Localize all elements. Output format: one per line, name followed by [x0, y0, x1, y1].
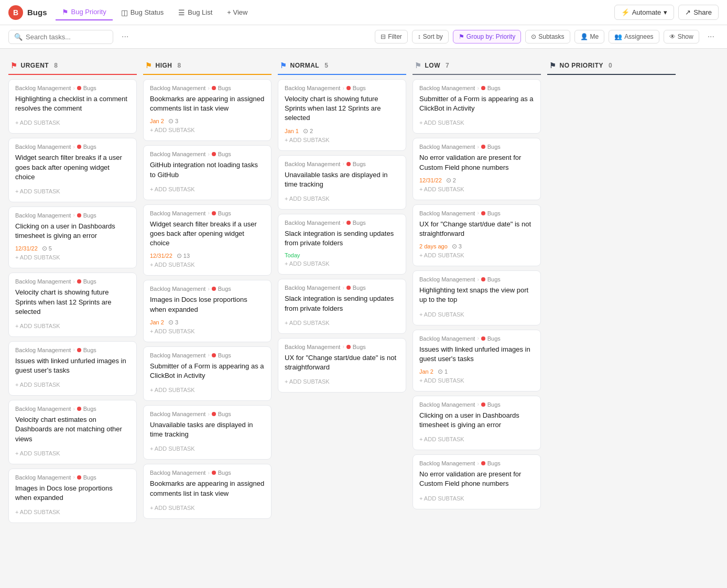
add-subtask-button[interactable]: + ADD SUBTASK [285, 376, 399, 387]
task-card[interactable]: Backlog Management › Bugs Velocity chart… [8, 400, 137, 464]
search-input[interactable] [26, 33, 107, 41]
share-button[interactable]: ↗ Share [678, 5, 719, 20]
task-card[interactable]: Backlog Management › Bugs Issues with li… [8, 341, 137, 396]
task-card[interactable]: Backlog Management › Bugs UX for "Change… [413, 204, 541, 266]
filter-button[interactable]: ⊟ Filter [375, 30, 408, 43]
task-card[interactable]: Backlog Management › Bugs Highlighting a… [8, 79, 137, 134]
search-more-button[interactable]: ··· [117, 29, 133, 44]
card-meta: Backlog Management › Bugs [150, 210, 265, 216]
add-subtask-button[interactable]: + ADD SUBTASK [285, 318, 399, 328]
card-space: Bugs [353, 161, 366, 167]
add-subtask-button[interactable]: + ADD SUBTASK [419, 184, 534, 194]
add-subtask-button[interactable]: + ADD SUBTASK [285, 193, 399, 204]
add-subtask-button[interactable]: + ADD SUBTASK [419, 117, 534, 128]
add-subtask-button[interactable]: + ADD SUBTASK [15, 186, 130, 197]
assignees-button[interactable]: 👥 Assignees [609, 30, 659, 43]
card-date: 12/31/22 [419, 177, 442, 183]
task-card[interactable]: Backlog Management › Bugs Submitter of a… [413, 79, 541, 134]
task-card[interactable]: Backlog Management › Bugs Unavailable ta… [143, 405, 272, 460]
task-card[interactable]: Backlog Management › Bugs Bookmarks are … [143, 79, 272, 141]
card-date: 12/31/22 [150, 253, 172, 259]
task-card[interactable]: Backlog Management › Bugs UX for "Change… [278, 338, 406, 393]
task-card[interactable]: Backlog Management › Bugs No error valid… [413, 454, 541, 509]
card-space: Bugs [487, 210, 501, 216]
add-subtask-button[interactable]: + ADD SUBTASK [285, 258, 399, 269]
card-space: Bugs [487, 335, 501, 342]
add-subtask-button[interactable]: + ADD SUBTASK [15, 117, 130, 128]
task-card[interactable]: Backlog Management › Bugs GitHub integra… [143, 145, 272, 200]
add-subtask-button[interactable]: + ADD SUBTASK [150, 184, 265, 194]
card-meta: Backlog Management › Bugs [419, 144, 534, 150]
card-title: Widget search filter breaks if a user go… [150, 220, 265, 248]
add-subtask-button[interactable]: + ADD SUBTASK [150, 259, 265, 270]
task-card[interactable]: Backlog Management › Bugs Clicking on a … [413, 396, 541, 450]
card-meta-sep: › [73, 406, 74, 412]
add-subtask-button[interactable]: + ADD SUBTASK [419, 250, 534, 260]
subtasks-button[interactable]: ⊙ Subtasks [525, 30, 570, 43]
add-subtask-button[interactable]: + ADD SUBTASK [419, 309, 534, 320]
tab-bug-status[interactable]: ◫ Bug Status [115, 5, 170, 20]
task-card[interactable]: Backlog Management › Bugs Slack integrat… [278, 214, 406, 275]
subtask-icon: ⊙ [42, 245, 47, 252]
card-space: Bugs [83, 85, 96, 91]
card-space-dot [212, 353, 216, 357]
search-wrap[interactable]: 🔍 [8, 30, 113, 44]
card-footer: 12/31/22⊙13 [150, 252, 265, 259]
add-subtask-button[interactable]: + ADD SUBTASK [15, 252, 130, 263]
add-subtask-button[interactable]: + ADD SUBTASK [150, 385, 265, 395]
card-meta: Backlog Management › Bugs [15, 278, 130, 285]
card-meta-sep: › [73, 85, 74, 91]
task-card[interactable]: Backlog Management › Bugs Slack integrat… [278, 279, 406, 333]
card-meta-sep: › [477, 277, 479, 282]
task-card[interactable]: Backlog Management › Bugs Widget search … [143, 204, 272, 276]
task-card[interactable]: Backlog Management › Bugs Velocity chart… [8, 273, 137, 337]
groupby-button[interactable]: ⚑ Group by: Priority [453, 30, 521, 43]
automate-button[interactable]: ⚡ Automate ▾ [614, 5, 675, 20]
add-subtask-button[interactable]: + ADD SUBTASK [15, 321, 130, 331]
sortby-button[interactable]: ↕ Sort by [412, 30, 449, 43]
add-subtask-button[interactable]: + ADD SUBTASK [419, 493, 534, 504]
card-meta: Backlog Management › Bugs [419, 210, 534, 216]
tab-bug-list[interactable]: ☰ Bug List [172, 5, 219, 20]
task-card[interactable]: Backlog Management › Bugs Clicking on a … [8, 206, 137, 268]
add-subtask-button[interactable]: + ADD SUBTASK [15, 379, 130, 390]
task-card[interactable]: Backlog Management › Bugs Velocity chart… [278, 79, 406, 151]
card-meta-sep: › [477, 401, 479, 407]
card-space: Bugs [83, 406, 96, 412]
task-card[interactable]: Backlog Management › Bugs Images in Docs… [143, 280, 272, 342]
me-button[interactable]: 👤 Me [574, 30, 605, 43]
add-subtask-button[interactable]: + ADD SUBTASK [15, 507, 130, 517]
task-card[interactable]: Backlog Management › Bugs Images in Docs… [8, 469, 137, 523]
card-meta-sep: › [477, 335, 479, 341]
task-card[interactable]: Backlog Management › Bugs Highlighting t… [413, 270, 541, 325]
card-meta-sep: › [208, 286, 209, 292]
add-subtask-button[interactable]: + ADD SUBTASK [150, 125, 265, 135]
toolbar-more-button[interactable]: ··· [703, 29, 719, 44]
card-space-dot [346, 221, 351, 225]
add-view-button[interactable]: + View [221, 5, 254, 20]
add-subtask-button[interactable]: + ADD SUBTASK [419, 434, 534, 444]
add-subtask-button[interactable]: + ADD SUBTASK [15, 448, 130, 459]
card-meta: Backlog Management › Bugs [419, 335, 534, 342]
task-card[interactable]: Backlog Management › Bugs Widget search … [8, 138, 137, 202]
task-card[interactable]: Backlog Management › Bugs Submitter of a… [143, 346, 272, 401]
card-title: Velocity chart is showing future Sprints… [285, 94, 399, 123]
task-card[interactable]: Backlog Management › Bugs No error valid… [413, 138, 541, 200]
add-subtask-button[interactable]: + ADD SUBTASK [285, 135, 399, 145]
show-button[interactable]: 👁 Show [664, 30, 699, 43]
subtask-count: ⊙5 [42, 245, 52, 252]
add-subtask-button[interactable]: + ADD SUBTASK [150, 443, 265, 454]
col-label-low: LOW [425, 62, 441, 69]
add-subtask-button[interactable]: + ADD SUBTASK [150, 326, 265, 336]
add-subtask-button[interactable]: + ADD SUBTASK [419, 375, 534, 386]
card-meta-sep: › [208, 352, 209, 358]
task-card[interactable]: Backlog Management › Bugs Unavailable ta… [278, 155, 406, 210]
tab-bug-priority-icon: ⚑ [62, 8, 69, 16]
card-project: Backlog Management [285, 285, 340, 291]
card-project: Backlog Management [419, 276, 475, 282]
tab-bug-priority[interactable]: ⚑ Bug Priority [56, 5, 113, 20]
task-card[interactable]: Backlog Management › Bugs Bookmarks are … [143, 464, 272, 518]
card-space-dot [346, 345, 351, 349]
add-subtask-button[interactable]: + ADD SUBTASK [150, 503, 265, 513]
task-card[interactable]: Backlog Management › Bugs Issues with li… [413, 330, 541, 391]
